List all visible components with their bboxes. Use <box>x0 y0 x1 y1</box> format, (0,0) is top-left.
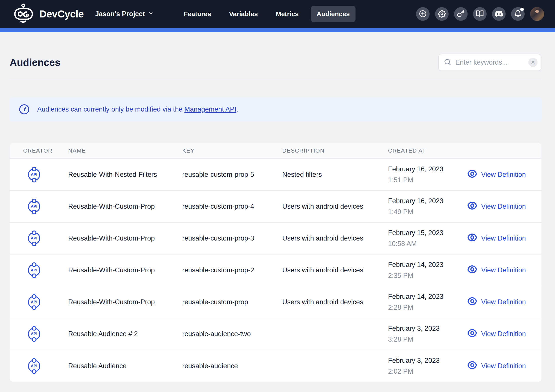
nav-item-metrics[interactable]: Metrics <box>270 6 304 22</box>
search-icon <box>444 58 452 67</box>
created-at-cell: February 16, 2023 1:49 PM <box>388 197 467 216</box>
clear-search-button[interactable]: ✕ <box>528 58 538 67</box>
info-icon: i <box>19 104 29 114</box>
actions-cell: View Definition <box>467 296 541 308</box>
created-date: February 15, 2023 <box>388 229 467 237</box>
created-date: February 3, 2023 <box>388 357 467 364</box>
actions-cell: View Definition <box>467 360 541 372</box>
view-definition-link[interactable]: View Definition <box>467 360 541 372</box>
view-definition-label: View Definition <box>481 330 526 338</box>
eye-icon <box>467 200 477 212</box>
view-definition-link[interactable]: View Definition <box>467 200 541 212</box>
view-definition-label: View Definition <box>481 235 526 242</box>
book-icon <box>476 10 484 18</box>
actions-cell: View Definition <box>467 232 541 244</box>
column-header-creator: CREATOR <box>10 147 68 154</box>
created-at-cell: February 16, 2023 1:51 PM <box>388 165 467 184</box>
audience-name: Reusable-With-Custom-Prop <box>68 235 182 242</box>
view-definition-link[interactable]: View Definition <box>467 169 541 180</box>
view-definition-label: View Definition <box>481 362 526 370</box>
nav-item-features[interactable]: Features <box>178 6 217 22</box>
api-creator-icon: API <box>28 232 40 244</box>
audience-key: reusable-custom-prop-4 <box>182 203 282 210</box>
view-definition-label: View Definition <box>481 203 526 210</box>
column-header-created-at: CREATED AT <box>388 147 467 154</box>
creator-cell: API <box>10 328 68 340</box>
table-header-row: CREATOR NAME KEY DESCRIPTION CREATED AT <box>10 143 541 159</box>
created-date: February 14, 2023 <box>388 293 467 300</box>
audience-name: Reusable-With-Custom-Prop <box>68 298 182 306</box>
audiences-table: CREATOR NAME KEY DESCRIPTION CREATED AT … <box>10 143 541 382</box>
audience-name: Reusable Audience <box>68 362 182 370</box>
eye-icon <box>467 360 477 372</box>
create-button[interactable] <box>416 7 430 21</box>
view-definition-label: View Definition <box>481 171 526 178</box>
table-body: API Reusable-With-Nested-Filters reusabl… <box>10 159 541 382</box>
discord-button[interactable] <box>492 7 506 21</box>
view-definition-label: View Definition <box>481 298 526 306</box>
table-row: API Reusable Audience reusable-audience … <box>10 350 541 382</box>
api-keys-button[interactable] <box>454 7 467 21</box>
audience-name: Reusable-With-Custom-Prop <box>68 266 182 274</box>
actions-cell: View Definition <box>467 264 541 276</box>
management-api-link[interactable]: Management API <box>184 105 236 113</box>
creator-cell: API <box>10 264 68 276</box>
settings-button[interactable] <box>435 7 449 21</box>
main-content: Audiences ✕ i Audiences can currently on… <box>0 32 555 382</box>
audience-name: Reusable-With-Custom-Prop <box>68 203 182 210</box>
project-name: Jason's Project <box>95 10 145 18</box>
api-creator-icon: API <box>28 296 40 308</box>
creator-cell: API <box>10 296 68 308</box>
table-row: API Reusable-With-Custom-Prop reusable-c… <box>10 191 541 223</box>
creator-cell: API <box>10 360 68 372</box>
created-time: 2:35 PM <box>388 272 467 280</box>
eye-icon <box>467 169 477 180</box>
plus-circle-icon <box>419 10 427 18</box>
docs-button[interactable] <box>473 7 487 21</box>
audience-description: Users with android devices <box>282 235 388 242</box>
view-definition-link[interactable]: View Definition <box>467 328 541 340</box>
api-creator-icon: API <box>28 360 40 372</box>
creator-cell: API <box>10 200 68 213</box>
gear-icon <box>438 10 446 18</box>
created-time: 1:51 PM <box>388 176 467 184</box>
notification-badge <box>520 8 524 11</box>
audience-name: Reusable Audience # 2 <box>68 330 182 338</box>
view-definition-link[interactable]: View Definition <box>467 264 541 276</box>
audience-key: reusable-custom-prop-3 <box>182 235 282 242</box>
eye-icon <box>467 232 477 244</box>
api-creator-icon: API <box>28 264 40 276</box>
table-row: API Reusable-With-Custom-Prop reusable-c… <box>10 223 541 255</box>
eye-icon <box>467 264 477 276</box>
table-row: API Reusable-With-Nested-Filters reusabl… <box>10 159 541 191</box>
nav-item-audiences[interactable]: Audiences <box>311 6 356 22</box>
audience-key: reusable-custom-prop <box>182 298 282 306</box>
created-at-cell: February 3, 2023 3:28 PM <box>388 325 467 343</box>
view-definition-link[interactable]: View Definition <box>467 232 541 244</box>
close-icon: ✕ <box>531 60 535 65</box>
creator-cell: API <box>10 232 68 244</box>
audience-key: reusable-custom-prop-5 <box>182 171 282 178</box>
main-nav: Features Variables Metrics Audiences <box>172 6 356 22</box>
view-definition-label: View Definition <box>481 266 526 274</box>
search-input[interactable] <box>455 58 528 66</box>
audience-key: reusable-custom-prop-2 <box>182 266 282 274</box>
created-at-cell: February 15, 2023 10:58 AM <box>388 229 467 248</box>
notifications-button[interactable] <box>511 7 525 21</box>
created-date: February 14, 2023 <box>388 261 467 269</box>
actions-cell: View Definition <box>467 200 541 212</box>
nav-item-variables[interactable]: Variables <box>223 6 263 22</box>
created-date: February 3, 2023 <box>388 325 467 332</box>
creator-cell: API <box>10 169 68 181</box>
header-divider <box>10 78 541 79</box>
brand[interactable]: DevCycle <box>13 3 84 24</box>
page-title: Audiences <box>10 57 60 68</box>
created-date: February 16, 2023 <box>388 165 467 173</box>
view-definition-link[interactable]: View Definition <box>467 296 541 308</box>
project-selector-dropdown[interactable]: Jason's Project <box>95 10 153 18</box>
eye-icon <box>467 296 477 308</box>
user-avatar[interactable] <box>530 7 544 21</box>
audience-description: Users with android devices <box>282 298 388 306</box>
info-banner: i Audiences can currently only be modifi… <box>10 97 541 121</box>
devcycle-robot-logo-icon <box>13 3 34 24</box>
